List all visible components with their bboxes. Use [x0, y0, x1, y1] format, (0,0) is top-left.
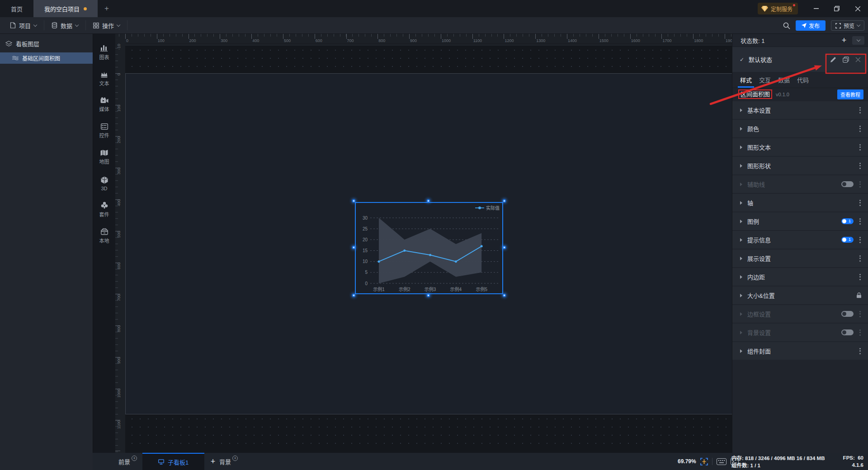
kebab-menu-icon[interactable] — [859, 347, 862, 355]
edit-pencil-icon[interactable] — [830, 56, 836, 63]
inspector-section-row[interactable]: 颜色 — [732, 120, 868, 137]
delete-state-icon[interactable] — [855, 57, 861, 62]
kebab-menu-icon[interactable] — [859, 199, 862, 207]
tool-3d[interactable]: 3D — [93, 170, 115, 197]
ruler-horizontal: 0100200300400500600700800900100011001200… — [115, 34, 732, 44]
bottombar: 前景 + 子看板1 + 背景 + 69.79% — [93, 453, 868, 470]
ruler-label: 400 — [117, 199, 121, 206]
publish-label: 发布 — [809, 22, 820, 29]
tab-my-project[interactable]: 我的空白项目 — [33, 0, 98, 17]
state-dropdown-button[interactable] — [852, 36, 864, 45]
section-toggle[interactable] — [841, 311, 854, 317]
publish-button[interactable]: 发布 — [796, 20, 826, 31]
section-toggle[interactable]: 1 — [841, 218, 854, 224]
kebab-menu-icon[interactable] — [859, 106, 862, 114]
resize-handle-top-left[interactable] — [352, 199, 355, 202]
section-toggle[interactable] — [841, 329, 854, 335]
resize-handle-top-middle[interactable] — [427, 199, 430, 202]
minimize-button[interactable] — [806, 0, 826, 17]
inspector-section-row[interactable]: 展示设置 — [732, 249, 868, 267]
tool-label: 媒体 — [99, 105, 109, 113]
tab-style[interactable]: 样式 — [740, 72, 752, 88]
kebab-menu-icon[interactable] — [859, 217, 862, 226]
kebab-menu-icon[interactable] — [859, 273, 862, 281]
inspector-section-row[interactable]: 图例1 — [732, 212, 868, 230]
memory-stat: 内存: 818 / 3246 / 4096 MB 16 / 834 MB — [731, 454, 825, 461]
background-switch[interactable]: 背景 + — [219, 453, 238, 470]
new-tab-button[interactable]: + — [98, 0, 116, 17]
tool-text[interactable]: 文本 — [93, 66, 115, 92]
tool-controls[interactable]: 控件 — [93, 118, 115, 144]
preview-button[interactable]: 预览 — [831, 20, 864, 31]
toolbox: 图表 文本 媒体 控件 地图 3D — [93, 34, 115, 453]
fit-to-screen-icon[interactable] — [700, 458, 708, 465]
tool-map[interactable]: 地图 — [93, 144, 115, 170]
inspector-section-row[interactable]: 背景设置 — [732, 324, 868, 341]
inspector-section-row[interactable]: 辅助线 — [732, 175, 868, 193]
search-icon[interactable] — [783, 22, 790, 29]
kebab-menu-icon[interactable] — [859, 236, 862, 244]
kebab-menu-icon[interactable] — [859, 125, 862, 133]
state-name-label: 默认状态 — [749, 55, 772, 64]
tab-interaction[interactable]: 交互 — [759, 72, 771, 88]
custom-service-badge[interactable]: 定制服务 — [758, 3, 798, 14]
kebab-menu-icon[interactable] — [859, 143, 862, 151]
status-info: 内存: 818 / 3246 / 4096 MB 16 / 834 MB FPS… — [731, 454, 863, 469]
tab-data[interactable]: 数据 — [778, 72, 790, 88]
lock-icon — [856, 292, 862, 298]
resize-handle-bottom-middle[interactable] — [427, 294, 430, 297]
menu-project[interactable]: 项目 — [3, 20, 44, 30]
zoom-level[interactable]: 69.79% — [678, 458, 696, 465]
ruler-label: 1800 — [694, 38, 703, 43]
add-circle-icon[interactable]: + — [132, 456, 137, 461]
keyboard-shortcuts-icon[interactable] — [717, 458, 726, 465]
kebab-menu-icon[interactable] — [859, 329, 862, 337]
resize-handle-middle-right[interactable] — [503, 246, 506, 249]
tab-home[interactable]: 首页 — [0, 0, 33, 17]
state-count-row: 状态数: 1 + — [732, 34, 868, 47]
inspector-section-row[interactable]: 图形形状 — [732, 157, 868, 174]
kebab-menu-icon[interactable] — [859, 162, 862, 170]
resize-handle-bottom-left[interactable] — [352, 294, 355, 297]
restore-button[interactable] — [826, 0, 847, 17]
add-state-button[interactable]: + — [838, 36, 850, 45]
resize-handle-bottom-right[interactable] — [503, 294, 506, 297]
ruler-label: 1000 — [442, 38, 451, 43]
tool-local[interactable]: 本地 — [93, 223, 115, 249]
inspector-section-row[interactable]: 提示信息1 — [732, 231, 868, 249]
foreground-switch[interactable]: 前景 + — [118, 453, 137, 470]
kebab-menu-icon[interactable] — [859, 180, 862, 188]
menu-data[interactable]: 数据 — [44, 20, 86, 30]
inspector-section-row[interactable]: 边框设置 — [732, 305, 868, 323]
layer-item-area-chart[interactable]: 基础区间面积图 — [0, 52, 93, 64]
design-canvas[interactable]: -100010020030040050060070080090010001100… — [115, 34, 732, 453]
section-toggle[interactable]: 1 — [841, 237, 854, 243]
copy-icon[interactable] — [843, 56, 849, 63]
inspector-section-row[interactable]: 轴 — [732, 194, 868, 212]
resize-handle-middle-left[interactable] — [352, 246, 355, 249]
close-button[interactable] — [847, 0, 868, 17]
preview-label: 预览 — [844, 22, 854, 29]
tab-code[interactable]: 代码 — [797, 72, 809, 88]
video-camera-icon — [100, 97, 108, 103]
inspector-section-row[interactable]: 基本设置 — [732, 101, 868, 119]
section-toggle[interactable] — [841, 181, 854, 187]
tutorial-button[interactable]: 查看教程 — [837, 89, 863, 99]
kebab-menu-icon[interactable] — [859, 310, 862, 318]
tool-charts[interactable]: 图表 — [93, 39, 115, 66]
add-circle-icon[interactable]: + — [232, 456, 238, 461]
ruler-label: 600 — [117, 263, 121, 269]
inspector-section-row[interactable]: 图形文本 — [732, 138, 868, 156]
tool-kits[interactable]: 套件 — [93, 197, 115, 223]
resize-handle-top-right[interactable] — [503, 199, 506, 202]
default-state-row[interactable]: ✓ 默认状态 — [732, 47, 868, 72]
ruler-label: 1500 — [599, 38, 609, 43]
tool-media[interactable]: 媒体 — [93, 92, 115, 118]
inspector-section-row[interactable]: 组件封面 — [732, 342, 868, 360]
inspector-section-row[interactable]: 内边距 — [732, 268, 868, 286]
menu-operations[interactable]: 操作 — [86, 20, 127, 30]
kebab-menu-icon[interactable] — [859, 254, 862, 263]
selected-chart-widget[interactable]: 051015202530示例1示例2示例3示例4示例5 实际值 — [355, 202, 503, 294]
subboard-tab[interactable]: 子看板1 — [142, 453, 204, 470]
inspector-section-row[interactable]: 大小&位置 — [732, 287, 868, 304]
